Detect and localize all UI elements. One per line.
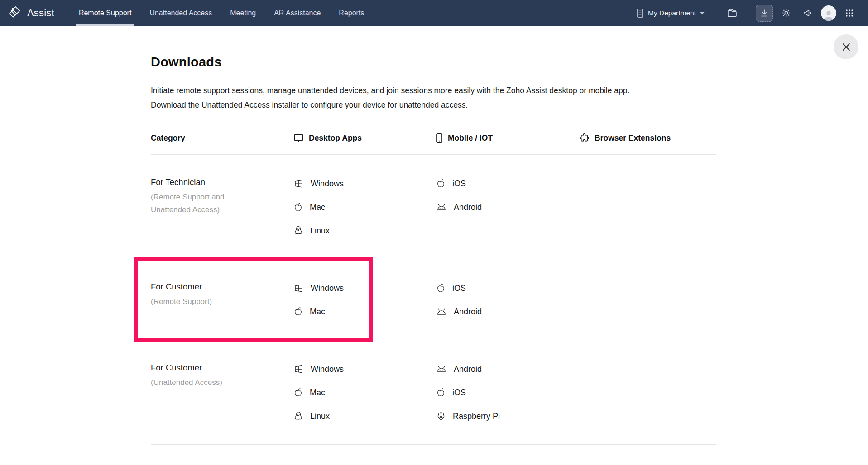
platform-label: Android xyxy=(454,203,482,212)
downloads-content: Downloads Initiate remote support sessio… xyxy=(151,26,716,445)
table-row: For Technician(Remote Support and Unatte… xyxy=(151,155,716,259)
platform-label: Mac xyxy=(310,388,325,398)
download-link-ios[interactable]: iOS xyxy=(436,177,579,190)
page-description: Initiate remote support sessions, manage… xyxy=(151,83,716,112)
app-name: Assist xyxy=(27,7,54,19)
apple-icon xyxy=(293,306,303,317)
download-link-linux[interactable]: Linux xyxy=(293,410,436,422)
grid-apps-icon[interactable] xyxy=(841,5,858,22)
assist-logo-icon xyxy=(7,5,23,21)
table-body: For Technician(Remote Support and Unatte… xyxy=(151,155,716,445)
download-link-android[interactable]: Android xyxy=(436,201,579,214)
browser-extensions-cell xyxy=(579,177,716,237)
platform-label: Mac xyxy=(310,203,325,212)
desktop-apps-cell: WindowsMacLinux xyxy=(293,363,436,422)
downloads-page: Downloads Initiate remote support sessio… xyxy=(0,26,868,465)
nav-item-reports[interactable]: Reports xyxy=(330,0,373,26)
nav-item-unattended-access[interactable]: Unattended Access xyxy=(140,0,221,26)
department-label: My Department xyxy=(648,9,696,17)
department-selector[interactable]: My Department xyxy=(632,5,709,21)
platform-label: Mac xyxy=(310,307,325,317)
windows-icon xyxy=(293,283,304,293)
description-line-2: Download the Unattended Access installer… xyxy=(151,98,716,112)
platform-label: iOS xyxy=(452,179,466,189)
download-link-windows[interactable]: Windows xyxy=(293,363,436,375)
raspberry-pi-icon xyxy=(436,411,446,422)
download-link-raspberry-pi[interactable]: Raspberry Pi xyxy=(436,410,579,422)
category-cell: For Customer(Remote Support) xyxy=(151,282,293,318)
download-link-android[interactable]: Android xyxy=(436,363,579,375)
category-title: For Customer xyxy=(151,282,293,292)
chevron-down-icon xyxy=(700,11,705,15)
download-link-windows[interactable]: Windows xyxy=(293,177,436,190)
desktop-apps-cell: WindowsMac xyxy=(293,282,436,318)
category-subtitle: (Unattended Access) xyxy=(151,376,231,389)
monitor-icon xyxy=(293,133,304,143)
nav-divider xyxy=(716,7,716,19)
category-title: For Customer xyxy=(151,363,293,373)
platform-label: Raspberry Pi xyxy=(453,412,500,421)
apple-icon xyxy=(436,387,446,398)
platform-label: Windows xyxy=(311,365,344,374)
page-title: Downloads xyxy=(151,55,716,70)
megaphone-icon[interactable] xyxy=(799,5,816,22)
platform-label: iOS xyxy=(452,284,466,293)
folder-icon[interactable] xyxy=(724,5,741,22)
platform-label: iOS xyxy=(452,388,466,398)
download-icon[interactable] xyxy=(756,5,773,22)
linux-icon xyxy=(293,411,303,422)
table-row: For Customer(Remote Support)WindowsMaciO… xyxy=(151,259,716,340)
nav-item-ar-assistance[interactable]: AR Assistance xyxy=(265,0,330,26)
building-icon xyxy=(636,8,644,18)
apple-icon xyxy=(293,202,303,213)
platform-label: Windows xyxy=(311,284,344,293)
navbar-right: My Department xyxy=(632,5,858,22)
nav-item-meeting[interactable]: Meeting xyxy=(221,0,265,26)
download-link-mac[interactable]: Mac xyxy=(293,305,436,318)
column-header-label: Browser Extensions xyxy=(595,133,671,143)
category-subtitle: (Remote Support) xyxy=(151,295,231,308)
category-subtitle: (Remote Support and Unattended Access) xyxy=(151,191,231,216)
windows-icon xyxy=(293,179,304,189)
apple-icon xyxy=(293,387,303,398)
download-link-linux[interactable]: Linux xyxy=(293,224,436,237)
description-line-1: Initiate remote support sessions, manage… xyxy=(151,83,716,98)
column-header-category: Category xyxy=(151,133,293,143)
desktop-apps-cell: WindowsMacLinux xyxy=(293,177,436,237)
column-header-label: Mobile / IOT xyxy=(448,133,493,143)
category-cell: For Technician(Remote Support and Unatte… xyxy=(151,177,293,237)
nav-item-remote-support[interactable]: Remote Support xyxy=(70,0,141,26)
table-row: For Customer(Unattended Access)WindowsMa… xyxy=(151,340,716,445)
mobile-apps-cell: iOSAndroid xyxy=(436,282,579,318)
browser-extensions-cell xyxy=(579,282,716,318)
platform-label: Linux xyxy=(310,412,330,421)
linux-icon xyxy=(293,225,303,236)
download-link-mac[interactable]: Mac xyxy=(293,201,436,214)
download-link-mac[interactable]: Mac xyxy=(293,386,436,399)
android-icon xyxy=(436,365,447,374)
gear-icon[interactable] xyxy=(777,5,795,22)
download-link-windows[interactable]: Windows xyxy=(293,282,436,294)
user-avatar[interactable] xyxy=(821,5,836,21)
close-icon[interactable] xyxy=(834,34,858,59)
mobile-apps-cell: iOSAndroid xyxy=(436,177,579,237)
app-brand[interactable]: Assist xyxy=(7,5,54,21)
mobile-apps-cell: AndroidiOSRaspberry Pi xyxy=(436,363,579,422)
column-header-mobile-iot: Mobile / IOT xyxy=(436,133,579,143)
download-link-ios[interactable]: iOS xyxy=(436,282,579,294)
platform-label: Windows xyxy=(311,179,344,189)
column-header-desktop-apps: Desktop Apps xyxy=(293,133,436,143)
downloads-table: CategoryDesktop AppsMobile / IOTBrowser … xyxy=(151,133,716,445)
platform-label: Android xyxy=(454,307,482,317)
browser-extensions-cell xyxy=(579,363,716,422)
mobile-icon xyxy=(436,133,443,143)
platform-label: Android xyxy=(454,365,482,374)
main-nav: Remote SupportUnattended AccessMeetingAR… xyxy=(70,0,374,26)
table-header-row: CategoryDesktop AppsMobile / IOTBrowser … xyxy=(151,133,716,155)
nav-divider xyxy=(748,7,748,19)
download-link-ios[interactable]: iOS xyxy=(436,386,579,399)
windows-icon xyxy=(293,364,304,374)
download-link-android[interactable]: Android xyxy=(436,305,579,318)
puzzle-icon xyxy=(579,133,590,143)
column-header-label: Desktop Apps xyxy=(309,133,362,143)
